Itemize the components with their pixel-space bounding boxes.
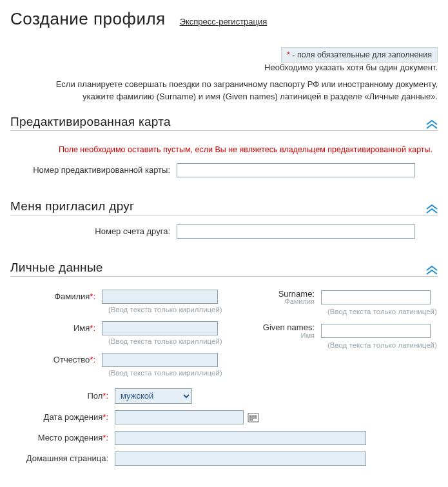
homepage-input[interactable] xyxy=(115,452,366,466)
friend-number-input[interactable] xyxy=(177,224,415,239)
svg-rect-3 xyxy=(253,415,255,417)
travel-note: Если планируете совершать поездки по заг… xyxy=(10,79,438,103)
patronymic-label: Отчество*: xyxy=(18,355,102,365)
svg-rect-5 xyxy=(249,417,251,419)
homepage-label: Домашняя страница: xyxy=(18,453,115,464)
svg-rect-10 xyxy=(251,419,253,421)
svg-rect-7 xyxy=(253,417,255,419)
section-title-preactivated: Предактивированная карта xyxy=(10,115,171,129)
surname-ru-hint: (Ввод текста только кириллицей) xyxy=(108,306,224,313)
page-title: Создание профиля xyxy=(10,9,166,29)
name-ru-hint: (Ввод текста только кириллицей) xyxy=(108,337,224,345)
preactivated-warning: Поле необходимо оставить пустым, если Вы… xyxy=(15,145,433,154)
dob-label: Дата рождения*: xyxy=(18,412,115,422)
svg-rect-6 xyxy=(251,417,253,419)
surname-en-hint: (Ввод текста только латиницей) xyxy=(327,308,448,315)
svg-rect-2 xyxy=(251,415,253,417)
svg-rect-4 xyxy=(255,415,257,417)
surname-en-input[interactable] xyxy=(321,290,431,304)
surname-ru-label: Фамилия*: xyxy=(18,292,102,302)
preactivated-number-label: Номер предактивированной карты: xyxy=(15,165,177,175)
express-registration-link[interactable]: Экспресс-регистрация xyxy=(180,17,268,26)
given-en-hint: (Ввод текста только латиницей) xyxy=(327,341,448,349)
required-fields-text: - поля обязательные для заполнения xyxy=(290,50,432,59)
given-en-input[interactable] xyxy=(321,324,431,338)
pob-input[interactable] xyxy=(115,431,366,445)
calendar-icon[interactable] xyxy=(248,412,259,422)
friend-number-label: Номер счета друга: xyxy=(15,226,177,236)
required-fields-note: * - поля обязательные для заполнения xyxy=(281,47,438,63)
chevron-double-up-icon[interactable] xyxy=(426,266,438,275)
name-ru-input[interactable] xyxy=(102,321,218,335)
dob-input[interactable] xyxy=(115,410,244,424)
surname-ru-input[interactable] xyxy=(102,290,218,304)
name-ru-label: Имя*: xyxy=(18,323,102,333)
pob-label: Место рождения*: xyxy=(18,433,115,443)
patronymic-hint: (Ввод текста только кириллицей) xyxy=(108,369,224,377)
document-note: Необходимо указать хотя бы один документ… xyxy=(10,63,438,72)
section-title-friend: Меня пригласил друг xyxy=(10,199,134,214)
chevron-double-up-icon[interactable] xyxy=(426,120,438,129)
svg-rect-1 xyxy=(249,415,251,417)
patronymic-input[interactable] xyxy=(102,353,218,367)
gender-label: Пол*: xyxy=(18,391,115,401)
section-title-personal: Личные данные xyxy=(10,261,103,275)
chevron-double-up-icon[interactable] xyxy=(426,204,438,214)
given-en-label: Given names: Имя xyxy=(250,323,321,339)
gender-select[interactable]: мужской xyxy=(115,388,192,404)
svg-rect-9 xyxy=(249,419,251,421)
preactivated-number-input[interactable] xyxy=(177,163,415,177)
surname-en-label: Surname: Фамилия xyxy=(250,290,321,306)
svg-rect-8 xyxy=(255,417,257,419)
